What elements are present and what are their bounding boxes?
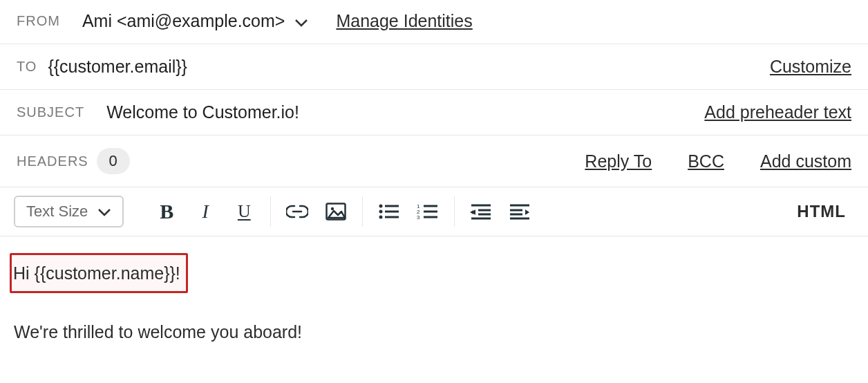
manage-identities-link[interactable]: Manage Identities <box>336 11 472 31</box>
chevron-down-icon <box>97 203 111 221</box>
svg-point-6 <box>379 216 383 219</box>
image-icon <box>326 203 346 221</box>
svg-point-2 <box>379 205 383 208</box>
to-row: TO {{customer.email}} Customize <box>0 44 868 90</box>
outdent-icon <box>470 203 492 220</box>
underline-icon: U <box>238 201 251 222</box>
reply-to-link[interactable]: Reply To <box>585 151 652 171</box>
image-button[interactable] <box>317 196 355 227</box>
numbered-list-button[interactable]: 1 2 3 <box>408 196 447 227</box>
svg-point-1 <box>331 207 334 210</box>
from-row: FROM Ami <ami@example.com> Manage Identi… <box>0 0 868 44</box>
svg-text:3: 3 <box>417 214 420 220</box>
headers-row: HEADERS 0 Reply To BCC Add custom <box>0 136 868 187</box>
text-size-dropdown[interactable]: Text Size <box>14 196 124 227</box>
bcc-link[interactable]: BCC <box>688 151 724 171</box>
customize-link[interactable]: Customize <box>770 57 851 77</box>
numbered-list-icon: 1 2 3 <box>417 203 439 220</box>
indent-button[interactable] <box>500 196 539 227</box>
greeting-text: Hi {{customer.name}}! <box>13 263 180 283</box>
add-custom-header-link[interactable]: Add custom <box>760 151 851 171</box>
svg-marker-24 <box>525 209 529 215</box>
subject-row: SUBJECT Welcome to Customer.io! Add preh… <box>0 90 868 136</box>
bullet-list-icon <box>378 203 400 220</box>
outdent-button[interactable] <box>462 196 500 227</box>
headers-count-badge: 0 <box>97 148 130 174</box>
text-size-label: Text Size <box>26 203 88 221</box>
greeting-highlight: Hi {{customer.name}}! <box>10 253 188 293</box>
chevron-down-icon <box>294 11 308 31</box>
svg-point-4 <box>379 210 383 214</box>
to-value[interactable]: {{customer.email}} <box>48 57 187 77</box>
html-toggle[interactable]: HTML <box>797 202 846 221</box>
indent-icon <box>509 203 531 220</box>
bullet-list-button[interactable] <box>370 196 408 227</box>
italic-button[interactable]: I <box>186 196 225 227</box>
editor-toolbar: Text Size B I U <box>0 187 868 236</box>
bold-button[interactable]: B <box>147 196 186 227</box>
add-preheader-link[interactable]: Add preheader text <box>704 102 851 122</box>
to-label: TO <box>17 59 37 75</box>
from-identity-value: Ami <ami@example.com> <box>82 11 285 31</box>
italic-icon: I <box>202 200 209 223</box>
link-button[interactable] <box>278 196 317 227</box>
body-paragraph: We're thrilled to welcome you aboard! <box>14 318 854 346</box>
subject-label: SUBJECT <box>17 104 84 120</box>
from-identity-dropdown[interactable]: Ami <ami@example.com> <box>82 11 309 31</box>
link-icon <box>286 205 308 218</box>
email-body-editor[interactable]: Hi {{customer.name}}! We're thrilled to … <box>0 236 868 362</box>
underline-button[interactable]: U <box>225 196 263 227</box>
from-label: FROM <box>17 13 60 29</box>
headers-label: HEADERS <box>17 153 88 169</box>
bold-icon: B <box>160 200 173 223</box>
subject-value[interactable]: Welcome to Customer.io! <box>106 102 299 122</box>
